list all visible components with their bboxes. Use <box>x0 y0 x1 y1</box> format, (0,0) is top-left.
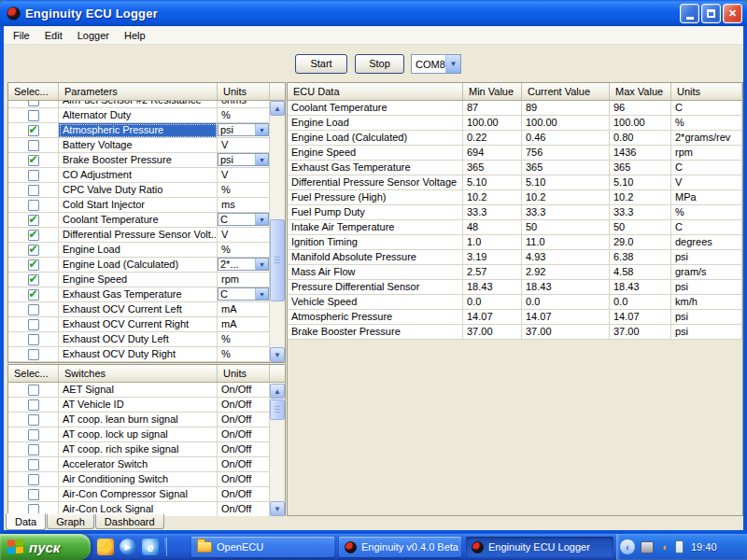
parameter-row[interactable]: Exhaust OCV Current LeftmA <box>8 302 270 317</box>
unit-select[interactable]: 2*...▼ <box>218 258 269 271</box>
chevron-down-icon[interactable]: ▼ <box>255 288 268 300</box>
unchecked-checkbox[interactable] <box>28 101 39 106</box>
minimize-button[interactable] <box>680 4 699 23</box>
stop-button[interactable]: Stop <box>355 54 404 74</box>
unchecked-checkbox[interactable] <box>28 414 39 426</box>
unit-select[interactable]: psi▼ <box>218 123 269 136</box>
menu-file[interactable]: File <box>6 27 37 44</box>
parameter-row[interactable]: Exhaust OCV Duty Left% <box>8 332 270 347</box>
scroll-down-icon[interactable]: ▼ <box>270 501 285 516</box>
close-button[interactable]: ✕ <box>723 4 742 23</box>
switches-scrollbar[interactable]: ▲ ▼ <box>270 384 285 516</box>
checked-checkbox[interactable] <box>28 125 39 136</box>
checked-checkbox[interactable] <box>28 155 39 166</box>
tab-graph[interactable]: Graph <box>47 514 94 529</box>
unit-select[interactable]: C▼ <box>218 287 269 301</box>
parameter-row[interactable]: CO AdjustmentV <box>8 168 270 183</box>
hardware-device-icon[interactable] <box>641 541 654 553</box>
switch-row[interactable]: Air Conditioning SwitchOn/Off <box>8 472 270 487</box>
chevron-down-icon[interactable]: ▼ <box>255 259 268 270</box>
parameter-row[interactable]: Battery VoltageV <box>8 138 270 153</box>
internet-explorer-icon[interactable]: e <box>142 539 159 555</box>
parameter-row[interactable]: Atmospheric Pressurepsi▼ <box>8 123 270 138</box>
switch-row[interactable]: AT Vehicle IDOn/Off <box>8 398 270 413</box>
ecu-data-row: Mass Air Flow2.572.924.58gram/s <box>288 265 742 280</box>
battery-device-icon[interactable] <box>675 540 684 553</box>
unchecked-checkbox[interactable] <box>28 200 39 211</box>
parameter-row[interactable]: Exhaust OCV Duty Right% <box>8 347 270 362</box>
switch-row[interactable]: AT coop. lean burn signalOn/Off <box>8 413 270 427</box>
checked-checkbox[interactable] <box>28 230 39 241</box>
parameter-row[interactable]: Engine Load% <box>8 243 270 258</box>
min-value: 694 <box>463 146 522 161</box>
menu-edit[interactable]: Edit <box>37 27 70 44</box>
chevron-down-icon[interactable]: ▼ <box>255 154 268 165</box>
unchecked-checkbox[interactable] <box>28 349 39 360</box>
unit-select[interactable]: C▼ <box>218 213 269 226</box>
checked-checkbox[interactable] <box>28 274 39 286</box>
start-button[interactable]: Start <box>295 54 347 74</box>
switch-row[interactable]: AT coop. rich spike signalOn/Off <box>8 442 270 457</box>
unchecked-checkbox[interactable] <box>28 385 39 396</box>
title-bar[interactable]: Enginuity ECU Logger ✕ <box>0 0 747 26</box>
parameter-row[interactable]: Differential Pressure Sensor Volt...V <box>8 228 270 243</box>
checked-checkbox[interactable] <box>28 215 39 226</box>
parameter-row[interactable]: Exhaust Gas TemperatureC▼ <box>8 287 270 302</box>
winamp-icon[interactable]: ⚡ <box>97 539 114 555</box>
unit-select[interactable]: psi▼ <box>218 153 269 166</box>
unchecked-checkbox[interactable] <box>28 185 39 196</box>
parameter-row[interactable]: CPC Valve Duty Ratio% <box>8 183 270 198</box>
switch-row[interactable]: Accelerator SwitchOn/Off <box>8 457 270 472</box>
start-menu-button[interactable]: пуск <box>0 534 91 560</box>
parameter-row[interactable]: Alternator Duty% <box>8 108 270 123</box>
unchecked-checkbox[interactable] <box>28 110 39 121</box>
parameter-row[interactable]: Coolant TemperatureC▼ <box>8 213 270 228</box>
parameter-row[interactable]: Engine Load (Calculated)2*...▼ <box>8 258 270 273</box>
unchecked-checkbox[interactable] <box>28 399 39 411</box>
scrollbar-thumb[interactable] <box>270 399 285 420</box>
switch-row[interactable]: Air-Con Compressor SignalOn/Off <box>8 487 270 502</box>
tab-data[interactable]: Data <box>6 513 46 530</box>
taskbar-button-2[interactable]: Enginuity v0.4.0 Beta <box>339 537 461 557</box>
menu-help[interactable]: Help <box>117 27 153 44</box>
unchecked-checkbox[interactable] <box>28 304 39 315</box>
chevron-down-icon[interactable]: ▼ <box>445 55 460 73</box>
parameter-row[interactable]: Brake Booster Pressurepsi▼ <box>8 153 270 168</box>
switch-row[interactable]: AT coop. lock up signalOn/Off <box>8 427 270 442</box>
parameter-row[interactable]: Engine Speedrpm <box>8 273 270 287</box>
unchecked-checkbox[interactable] <box>28 474 39 485</box>
tab-dashboard[interactable]: Dashboard <box>95 514 164 529</box>
com-port-select[interactable]: COM8 ▼ <box>411 54 461 74</box>
taskbar: пуск ⚡▶e OpenECUEnginuity v0.4.0 BetaEng… <box>0 534 747 560</box>
switch-row[interactable]: AET SignalOn/Off <box>8 383 270 398</box>
maximize-button[interactable] <box>701 4 721 23</box>
tray-chevron-icon[interactable]: ‹ <box>620 539 635 554</box>
scroll-down-icon[interactable]: ▼ <box>270 347 285 362</box>
menu-logger[interactable]: Logger <box>70 27 117 44</box>
unchecked-checkbox[interactable] <box>28 444 39 455</box>
unchecked-checkbox[interactable] <box>28 170 39 181</box>
chevron-down-icon[interactable]: ▼ <box>255 124 268 135</box>
max-value: 29.0 <box>610 235 671 250</box>
scroll-up-icon[interactable]: ▲ <box>270 101 285 116</box>
unchecked-checkbox[interactable] <box>28 334 39 345</box>
unchecked-checkbox[interactable] <box>28 429 39 441</box>
scroll-up-icon[interactable]: ▲ <box>270 384 285 399</box>
parameter-row[interactable]: Air/Fuel Sensor #2 Resistanceohms <box>8 101 270 108</box>
scrollbar-thumb[interactable] <box>270 219 285 301</box>
media-player-icon[interactable]: ▶ <box>120 539 136 555</box>
checked-checkbox[interactable] <box>28 259 39 271</box>
chevron-down-icon[interactable]: ▼ <box>255 214 268 225</box>
volume-icon[interactable]: ◖ <box>657 540 671 554</box>
checked-checkbox[interactable] <box>28 245 39 256</box>
unchecked-checkbox[interactable] <box>28 319 39 330</box>
taskbar-button-3[interactable]: Enginuity ECU Logger <box>466 537 613 557</box>
unchecked-checkbox[interactable] <box>28 459 39 470</box>
taskbar-button-1[interactable]: OpenECU <box>191 537 334 557</box>
parameter-row[interactable]: Cold Start Injectorms <box>8 198 270 213</box>
unchecked-checkbox[interactable] <box>28 140 39 151</box>
checked-checkbox[interactable] <box>28 289 39 301</box>
parameter-row[interactable]: Exhaust OCV Current RightmA <box>8 317 270 332</box>
parameters-scrollbar[interactable]: ▲ ▼ <box>270 101 285 362</box>
unchecked-checkbox[interactable] <box>28 489 39 500</box>
